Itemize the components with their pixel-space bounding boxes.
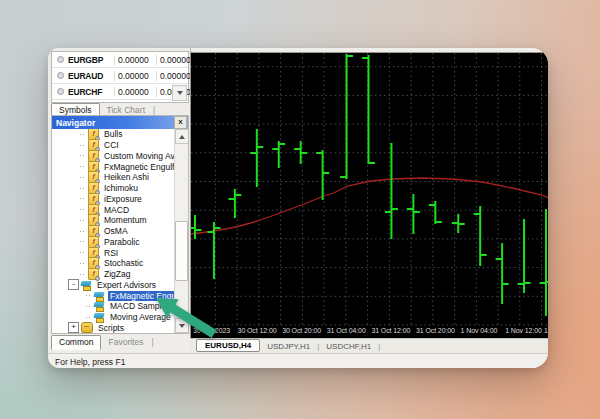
tree-connector <box>80 220 86 221</box>
chart-tab-usdjpy-h1[interactable]: USDJPY,H1 <box>260 341 317 352</box>
moving-average-line <box>191 178 548 234</box>
time-axis-label: 31 Oct 20:00 <box>416 327 455 334</box>
tree-item-label: Heiken Ashi <box>102 172 151 182</box>
tree-item-label: RSI <box>102 248 120 258</box>
tree-item-label: MACD <box>102 205 131 215</box>
scroll-up-button[interactable] <box>175 129 188 144</box>
tree-item-indicator[interactable]: fFxMagnetic Engulfing I <box>52 161 188 172</box>
triangle-up-icon <box>179 135 185 139</box>
tree-item-indicator[interactable]: fStochastic <box>52 258 188 269</box>
bid-value: 0.00000 <box>114 55 156 65</box>
tree-connector <box>80 241 86 242</box>
tree-item-indicator[interactable]: fZigZag <box>52 269 188 280</box>
bid-value: 0.00000 <box>114 87 156 97</box>
time-axis-label: 30 Oct 12:00 <box>238 327 277 334</box>
tree-node-expert-advisors[interactable]: -Expert Advisors <box>52 280 188 291</box>
minus-box-icon[interactable]: - <box>68 279 79 290</box>
symbol-dot-icon <box>57 72 64 79</box>
tree-item-label: OsMA <box>102 226 130 236</box>
triangle-down-icon <box>179 324 185 328</box>
expert-advisor-icon <box>94 312 105 322</box>
tree-item-expert-advisor[interactable]: Moving Average <box>52 312 188 323</box>
navigator-titlebar: Navigator x <box>52 116 188 129</box>
chart-panel[interactable]: 30 Oct 202330 Oct 12:0030 Oct 20:0031 Oc… <box>190 52 548 339</box>
app-window: EURGBP0.000000.00000EURAUD0.000000.00000… <box>48 48 548 368</box>
tree-item-label: Scripts <box>96 323 126 333</box>
expert-advisor-icon <box>94 291 105 301</box>
tree-connector <box>86 306 92 307</box>
tree-connector <box>80 145 86 146</box>
market-watch-row[interactable]: EURCHF0.000000.00000 <box>52 84 188 100</box>
time-axis-label: 1 Nov 12:00 <box>505 327 542 334</box>
bid-value: 0.00000 <box>114 71 156 81</box>
tab-favorites[interactable]: Favorites <box>101 336 150 349</box>
tree-item-label: Moving Average <box>108 312 173 322</box>
page-background: EURGBP0.000000.00000EURAUD0.000000.00000… <box>0 0 600 419</box>
time-axis-label: 30 Oct 2023 <box>193 327 230 334</box>
navigator-title: Navigator <box>56 118 95 128</box>
market-watch-row[interactable]: EURGBP0.000000.00000 <box>52 52 188 68</box>
navigator-tree: fBullsfCCIfCustom Moving AveragefFxMagne… <box>52 129 188 333</box>
scrollbar-thumb[interactable] <box>175 221 188 281</box>
time-axis-label: 30 Oct 20:00 <box>282 327 321 334</box>
market-watch-row[interactable]: EURAUD0.000000.00000 <box>52 68 188 84</box>
tree-connector <box>80 198 86 199</box>
tree-connector <box>80 274 86 275</box>
tree-item-indicator[interactable]: fiExposure <box>52 194 188 205</box>
chart-tab-eurusd-h4[interactable]: EURUSD,H4 <box>196 339 260 352</box>
tree-item-label: Momentum <box>102 215 149 225</box>
tree-item-indicator[interactable]: fHeiken Ashi <box>52 172 188 183</box>
market-watch-rows: EURGBP0.000000.00000EURAUD0.000000.00000… <box>52 52 188 100</box>
chart-tab-usdchf-h1[interactable]: USDCHF,H1 <box>319 341 378 352</box>
tree-connector <box>86 295 92 296</box>
chevron-down-icon <box>177 91 183 95</box>
tree-item-label: Stochastic <box>102 258 145 268</box>
indicator-function-icon: f <box>88 268 99 280</box>
tree-item-indicator[interactable]: fMACD <box>52 204 188 215</box>
tree-item-indicator[interactable]: fOsMA <box>52 226 188 237</box>
tree-item-label: MACD Sample <box>108 301 168 311</box>
symbol-dot-icon <box>57 56 64 63</box>
symbol-name: EURGBP <box>68 55 114 65</box>
scroll-down-button[interactable] <box>175 318 188 333</box>
tree-connector <box>80 177 86 178</box>
expert-advisor-icon <box>81 280 92 290</box>
tree-item-label: CCI <box>102 140 121 150</box>
tree-item-indicator[interactable]: fIchimoku <box>52 183 188 194</box>
ohlc-bar-chart[interactable] <box>191 53 548 339</box>
tab-separator: | <box>150 337 154 349</box>
plus-box-icon[interactable]: + <box>68 322 79 333</box>
symbol-name: EURCHF <box>68 87 114 97</box>
tree-item-indicator[interactable]: fMomentum <box>52 215 188 226</box>
tree-connector <box>80 134 86 135</box>
tree-node-scripts[interactable]: +Scripts <box>52 323 188 334</box>
tree-item-expert-advisor[interactable]: MACD Sample <box>52 301 188 312</box>
tree-connector <box>80 252 86 253</box>
navigator-scrollbar[interactable] <box>174 129 188 333</box>
tree-connector <box>80 188 86 189</box>
tree-item-label: Ichimoku <box>102 183 140 193</box>
symbol-dot-icon <box>57 88 64 95</box>
tree-item-indicator[interactable]: fRSI <box>52 247 188 258</box>
tree-item-indicator[interactable]: fBulls <box>52 129 188 140</box>
navigator-tabs: CommonFavorites| <box>51 334 187 349</box>
tree-item-indicator[interactable]: fCustom Moving Average <box>52 151 188 162</box>
tree-item-label: iExposure <box>102 194 144 204</box>
tree-item-label: Parabolic <box>102 237 141 247</box>
tab-common[interactable]: Common <box>51 335 101 350</box>
left-panel-column: EURGBP0.000000.00000EURAUD0.000000.00000… <box>48 48 191 353</box>
navigator-tree-rows: fBullsfCCIfCustom Moving AveragefFxMagne… <box>52 129 188 333</box>
tree-connector <box>80 263 86 264</box>
status-text: For Help, press F1 <box>55 357 125 367</box>
tree-connector <box>80 155 86 156</box>
tree-item-expert-advisor[interactable]: FxMagnetic Engulfing A <box>52 290 188 301</box>
tree-item-indicator[interactable]: fCCI <box>52 140 188 151</box>
tree-connector <box>80 231 86 232</box>
tree-item-label: ZigZag <box>102 269 132 279</box>
tree-item-indicator[interactable]: fParabolic <box>52 237 188 248</box>
scripts-scroll-icon <box>81 322 93 333</box>
market-watch-scroll-down-button[interactable] <box>172 85 187 101</box>
navigator-close-button[interactable]: x <box>174 116 187 129</box>
tree-item-label: Expert Advisors <box>95 280 158 290</box>
time-axis-label: 1 Nov 04:00 <box>461 327 498 334</box>
